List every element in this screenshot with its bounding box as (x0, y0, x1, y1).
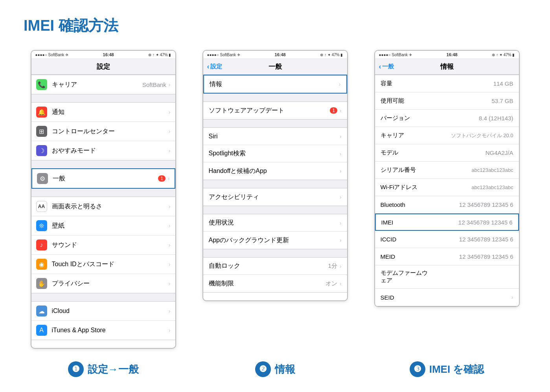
info-label: モデル (381, 149, 432, 156)
phone3-back-button[interactable]: ‹ 一般 (379, 63, 394, 71)
chevron-right-icon: › (340, 107, 342, 114)
phone2-section-usage: 使用状況 › Appのバックグラウンド更新 › (203, 214, 347, 249)
row-label: iCloud (52, 307, 169, 315)
control-center-icon: ⊞ (36, 126, 47, 137)
row-label: プライバシー (52, 280, 169, 288)
step2-circle: ❷ (255, 361, 271, 377)
row-value: 1分 (328, 262, 337, 270)
wallpaper-icon: ❊ (36, 220, 47, 231)
info-value: ソフトバンクモバイル 20.0 (432, 132, 513, 139)
phone3-status-time: 16:48 (447, 52, 458, 57)
row-label: アクセシビリティ (209, 193, 340, 201)
row-label: Touch IDとパスコード (52, 260, 169, 269)
phone2-back-button[interactable]: ‹ 設定 (207, 63, 222, 71)
list-item[interactable]: 情報 › (204, 75, 346, 93)
list-item[interactable]: 🔔 通知 › (31, 103, 175, 122)
phone1-status-bar: ●●●●○ SoftBank ✈ 16:48 ⊕ ↑ ✦ 47% ▮ (31, 51, 175, 59)
step1-circle: ❶ (68, 361, 84, 377)
list-item[interactable]: AA 画面表示と明るさ › (31, 197, 175, 216)
phone2-wrapper: ●●●●○ SoftBank ✈ 16:48 ⊕ ↑ ✦ 47% ▮ ‹ 設定 … (195, 50, 355, 301)
phones-row: ●●●●○ SoftBank ✈ 16:48 ⊕ ↑ ✦ 47% ▮ 設定 📞 … (24, 50, 526, 349)
phone1-section-carrier: 📞 キャリア SoftBank › (31, 75, 175, 94)
phone2-status-time: 16:48 (275, 52, 286, 57)
back-arrow-icon: ‹ (379, 63, 381, 71)
row-label: 自動ロック (209, 262, 328, 270)
row-label: 情報 (210, 80, 339, 88)
phone1-section-4: AA 画面表示と明るさ › ❊ 壁紙 › ♪ サウンド › (31, 197, 175, 293)
list-item[interactable]: Handoffと候補のApp › (203, 162, 347, 180)
list-item[interactable]: Spotlight検索 › (203, 145, 347, 162)
row-label: サウンド (52, 241, 169, 249)
chevron-right-icon: › (340, 237, 342, 243)
list-item[interactable]: ☽ おやすみモード › (31, 141, 175, 160)
phone1-section-general-highlighted: ⚙ 一般 1 › (31, 168, 175, 189)
imei-row: IMEI 12 3456789 12345 6 (375, 213, 519, 231)
phone2-section-accessibility: アクセシビリティ › (203, 188, 347, 206)
phone2-frame: ●●●●○ SoftBank ✈ 16:48 ⊕ ↑ ✦ 47% ▮ ‹ 設定 … (202, 50, 348, 301)
step1-label: ❶ 設定→一般 (24, 361, 183, 377)
list-item[interactable]: 自動ロック 1分 › (203, 258, 347, 275)
list-item: キャリア ソフトバンクモバイル 20.0 (375, 127, 519, 144)
phone1-wrapper: ●●●●○ SoftBank ✈ 16:48 ⊕ ↑ ✦ 47% ▮ 設定 📞 … (24, 50, 183, 349)
list-item[interactable]: Siri › (203, 128, 347, 145)
step3-label: ❸ IMEI を確認 (367, 361, 526, 377)
list-item[interactable]: ◉ Touch IDとパスコード › (31, 255, 175, 274)
chevron-right-icon: › (169, 280, 171, 287)
list-item[interactable]: 機能制限 オン › (203, 275, 347, 292)
phone2-back-label: 設定 (210, 63, 222, 70)
list-item[interactable]: 📞 キャリア SoftBank › (31, 75, 175, 94)
donotdisturb-icon: ☽ (36, 145, 47, 156)
row-label: Spotlight検索 (209, 149, 340, 158)
phone2-section-autolock: 自動ロック 1分 › 機能制限 オン › (203, 257, 347, 293)
list-item: シリアル番号 abc123abc123abc (375, 162, 519, 179)
list-item[interactable]: ♪ サウンド › (31, 236, 175, 255)
info-label: ICCID (381, 236, 432, 243)
info-label: MEID (381, 253, 432, 260)
step-labels: ❶ 設定→一般 ❷ 情報 ❸ IMEI を確認 (24, 361, 526, 377)
display-icon: AA (36, 201, 47, 212)
phone1-status-time: 16:48 (103, 52, 114, 57)
info-label: キャリア (381, 132, 432, 139)
row-label: 一般 (53, 175, 158, 183)
general-row[interactable]: ⚙ 一般 1 › (32, 169, 175, 188)
imei-label: IMEI (381, 219, 432, 226)
list-item[interactable]: ☁ iCloud › (31, 302, 175, 321)
phone3-info-list: 容量 114 GB 使用可能 53.7 GB バージョン 8.4 (12H143… (375, 75, 519, 306)
info-value: abc123abc123abc (432, 167, 513, 173)
chevron-right-icon: › (511, 294, 513, 300)
list-item[interactable]: 使用状況 › (203, 214, 347, 232)
row-label: 画面表示と明るさ (52, 202, 169, 211)
info-label: 容量 (381, 80, 432, 87)
list-item[interactable]: ❊ 壁紙 › (31, 216, 175, 236)
row-label: Appのバックグラウンド更新 (209, 236, 340, 245)
step1-text: 設定→一般 (88, 363, 139, 376)
row-label: Siri (209, 133, 340, 140)
chevron-right-icon: › (169, 109, 171, 115)
list-item[interactable]: アクセシビリティ › (203, 188, 347, 206)
phone3-info-section: 容量 114 GB 使用可能 53.7 GB バージョン 8.4 (12H143… (375, 75, 519, 306)
list-item[interactable]: ソフトウェアアップデート 1 › (203, 102, 347, 119)
info-value: 12 3456789 12345 6 (432, 236, 513, 243)
sound-icon: ♪ (36, 239, 47, 250)
modem-row: モデムファームウェア (375, 265, 519, 289)
chevron-right-icon: › (169, 203, 171, 210)
phone1-nav-bar: 設定 (31, 59, 175, 75)
chevron-right-icon: › (169, 261, 171, 267)
list-item[interactable]: A iTunes & App Store › (31, 321, 175, 340)
phone1-nav-title: 設定 (97, 62, 110, 71)
general-icon: ⚙ (37, 173, 48, 184)
list-item[interactable]: Appのバックグラウンド更新 › (203, 232, 347, 249)
phone2-status-right: ⊕ ↑ ✦ 47% ▮ (320, 53, 343, 57)
list-item[interactable]: ✋ プライバシー › (31, 274, 175, 293)
phone2-section-update: ソフトウェアアップデート 1 › (203, 101, 347, 120)
phone3-back-label: 一般 (382, 63, 394, 70)
list-item[interactable]: ⊞ コントロールセンター › (31, 122, 175, 141)
info-label: シリアル番号 (381, 166, 432, 174)
row-label: 機能制限 (209, 280, 326, 288)
phone2-section-siri: Siri › Spotlight検索 › Handoffと候補のApp › (203, 127, 347, 180)
chevron-right-icon: › (169, 81, 171, 88)
badge: 1 (330, 107, 337, 114)
back-arrow-icon: ‹ (207, 63, 210, 71)
privacy-icon: ✋ (36, 278, 47, 289)
chevron-right-icon: › (340, 220, 342, 226)
